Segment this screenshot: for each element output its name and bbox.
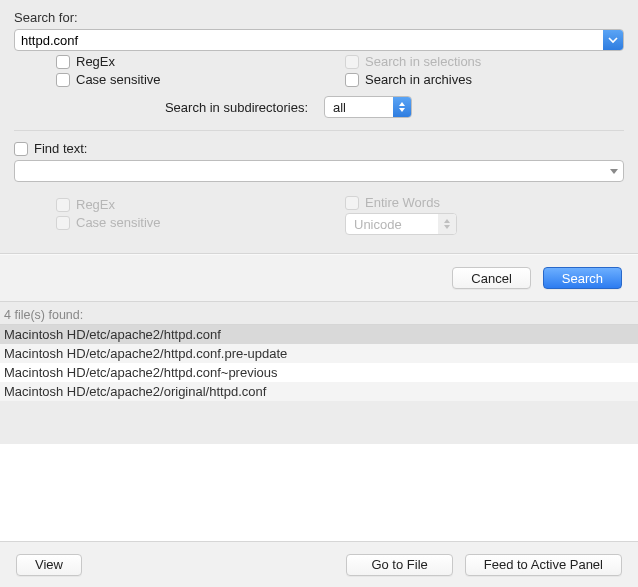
result-row[interactable]: Macintosh HD/etc/apache2/httpd.conf~prev…: [0, 363, 638, 382]
find-text-label: Find text:: [34, 141, 87, 156]
results-count-label: 4 file(s) found:: [0, 302, 638, 324]
search-for-value: httpd.conf: [15, 33, 603, 48]
search-button[interactable]: Search: [543, 267, 622, 289]
updown-stepper-icon: [438, 214, 456, 234]
ft-entire-words-label: Entire Words: [365, 195, 440, 210]
search-for-combo[interactable]: httpd.conf: [14, 29, 624, 51]
search-for-label: Search for:: [14, 10, 624, 25]
result-row[interactable]: Macintosh HD/etc/apache2/httpd.conf: [0, 325, 638, 344]
regex-checkbox-row[interactable]: RegEx: [56, 54, 335, 69]
search-in-archives-label: Search in archives: [365, 72, 472, 87]
divider: [14, 130, 624, 131]
encoding-select: Unicode: [345, 213, 457, 235]
ft-case-sensitive-label: Case sensitive: [76, 215, 161, 230]
checkbox-icon: [345, 196, 359, 210]
result-row[interactable]: Macintosh HD/etc/apache2/original/httpd.…: [0, 382, 638, 401]
checkbox-icon: [345, 55, 359, 69]
ft-regex-checkbox-row: RegEx: [56, 197, 335, 212]
search-in-archives-checkbox-row[interactable]: Search in archives: [345, 72, 624, 87]
dropdown-arrow-icon[interactable]: [605, 161, 623, 181]
action-buttonbar: Cancel Search: [0, 254, 638, 302]
feed-to-active-panel-button[interactable]: Feed to Active Panel: [465, 554, 622, 576]
result-row[interactable]: Macintosh HD/etc/apache2/httpd.conf.pre-…: [0, 344, 638, 363]
search-in-selections-checkbox-row: Search in selections: [345, 54, 624, 69]
subdirectories-value: all: [325, 100, 393, 115]
checkbox-icon: [56, 198, 70, 212]
checkbox-icon: [14, 142, 28, 156]
subdirectories-label: Search in subdirectories:: [14, 100, 314, 115]
find-text-input[interactable]: [14, 160, 624, 182]
dropdown-arrow-icon[interactable]: [603, 30, 623, 50]
find-text-checkbox-row[interactable]: Find text:: [14, 141, 87, 156]
checkbox-icon: [345, 73, 359, 87]
search-in-selections-label: Search in selections: [365, 54, 481, 69]
cancel-button[interactable]: Cancel: [452, 267, 530, 289]
ft-entire-words-checkbox-row: Entire Words: [345, 195, 624, 210]
regex-label: RegEx: [76, 54, 115, 69]
checkbox-icon: [56, 216, 70, 230]
case-sensitive-checkbox-row[interactable]: Case sensitive: [56, 72, 335, 87]
ft-case-sensitive-checkbox-row: Case sensitive: [56, 215, 335, 230]
results-empty-area: [0, 444, 638, 541]
checkbox-icon: [56, 73, 70, 87]
results-list[interactable]: Macintosh HD/etc/apache2/httpd.confMacin…: [0, 324, 638, 401]
subdirectories-select[interactable]: all: [324, 96, 412, 118]
bottom-buttonbar: View Go to File Feed to Active Panel: [0, 541, 638, 587]
updown-stepper-icon: [393, 97, 411, 117]
checkbox-icon: [56, 55, 70, 69]
view-button[interactable]: View: [16, 554, 82, 576]
encoding-value: Unicode: [346, 217, 438, 232]
go-to-file-button[interactable]: Go to File: [346, 554, 452, 576]
case-sensitive-label: Case sensitive: [76, 72, 161, 87]
ft-regex-label: RegEx: [76, 197, 115, 212]
